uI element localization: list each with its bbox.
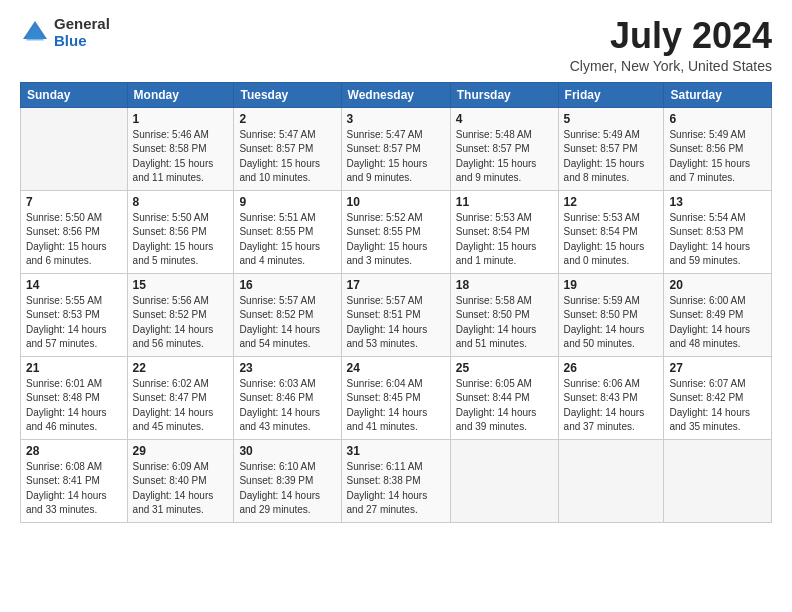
calendar-cell: 20Sunrise: 6:00 AMSunset: 8:49 PMDayligh… — [664, 273, 772, 356]
day-info: Sunrise: 6:11 AMSunset: 8:38 PMDaylight:… — [347, 460, 445, 518]
day-info: Sunrise: 5:50 AMSunset: 8:56 PMDaylight:… — [26, 211, 122, 269]
day-number: 7 — [26, 195, 122, 209]
calendar-header-wednesday: Wednesday — [341, 82, 450, 107]
day-number: 6 — [669, 112, 766, 126]
calendar-week-row-1: 1Sunrise: 5:46 AMSunset: 8:58 PMDaylight… — [21, 107, 772, 190]
day-number: 23 — [239, 361, 335, 375]
day-number: 25 — [456, 361, 553, 375]
day-info: Sunrise: 6:03 AMSunset: 8:46 PMDaylight:… — [239, 377, 335, 435]
calendar-week-row-5: 28Sunrise: 6:08 AMSunset: 8:41 PMDayligh… — [21, 439, 772, 522]
day-info: Sunrise: 5:49 AMSunset: 8:57 PMDaylight:… — [564, 128, 659, 186]
day-number: 31 — [347, 444, 445, 458]
calendar-cell: 18Sunrise: 5:58 AMSunset: 8:50 PMDayligh… — [450, 273, 558, 356]
day-info: Sunrise: 6:04 AMSunset: 8:45 PMDaylight:… — [347, 377, 445, 435]
day-info: Sunrise: 5:54 AMSunset: 8:53 PMDaylight:… — [669, 211, 766, 269]
calendar-header-tuesday: Tuesday — [234, 82, 341, 107]
day-info: Sunrise: 6:01 AMSunset: 8:48 PMDaylight:… — [26, 377, 122, 435]
calendar-cell: 2Sunrise: 5:47 AMSunset: 8:57 PMDaylight… — [234, 107, 341, 190]
day-number: 22 — [133, 361, 229, 375]
calendar-cell: 4Sunrise: 5:48 AMSunset: 8:57 PMDaylight… — [450, 107, 558, 190]
day-number: 13 — [669, 195, 766, 209]
day-info: Sunrise: 6:05 AMSunset: 8:44 PMDaylight:… — [456, 377, 553, 435]
day-info: Sunrise: 5:53 AMSunset: 8:54 PMDaylight:… — [564, 211, 659, 269]
day-info: Sunrise: 5:50 AMSunset: 8:56 PMDaylight:… — [133, 211, 229, 269]
day-info: Sunrise: 5:57 AMSunset: 8:52 PMDaylight:… — [239, 294, 335, 352]
title-block: July 2024 Clymer, New York, United State… — [570, 16, 772, 74]
day-number: 1 — [133, 112, 229, 126]
calendar-header-thursday: Thursday — [450, 82, 558, 107]
header: General Blue July 2024 Clymer, New York,… — [20, 16, 772, 74]
main-title: July 2024 — [570, 16, 772, 56]
calendar-week-row-2: 7Sunrise: 5:50 AMSunset: 8:56 PMDaylight… — [21, 190, 772, 273]
calendar-cell: 25Sunrise: 6:05 AMSunset: 8:44 PMDayligh… — [450, 356, 558, 439]
calendar-cell: 15Sunrise: 5:56 AMSunset: 8:52 PMDayligh… — [127, 273, 234, 356]
day-number: 2 — [239, 112, 335, 126]
calendar-cell: 12Sunrise: 5:53 AMSunset: 8:54 PMDayligh… — [558, 190, 664, 273]
day-number: 30 — [239, 444, 335, 458]
day-info: Sunrise: 5:48 AMSunset: 8:57 PMDaylight:… — [456, 128, 553, 186]
day-info: Sunrise: 5:58 AMSunset: 8:50 PMDaylight:… — [456, 294, 553, 352]
calendar-cell — [664, 439, 772, 522]
day-info: Sunrise: 5:52 AMSunset: 8:55 PMDaylight:… — [347, 211, 445, 269]
day-number: 15 — [133, 278, 229, 292]
day-info: Sunrise: 6:06 AMSunset: 8:43 PMDaylight:… — [564, 377, 659, 435]
page: General Blue July 2024 Clymer, New York,… — [0, 0, 792, 612]
day-number: 11 — [456, 195, 553, 209]
calendar-cell — [21, 107, 128, 190]
day-info: Sunrise: 5:47 AMSunset: 8:57 PMDaylight:… — [347, 128, 445, 186]
calendar-header-friday: Friday — [558, 82, 664, 107]
subtitle: Clymer, New York, United States — [570, 58, 772, 74]
day-info: Sunrise: 6:02 AMSunset: 8:47 PMDaylight:… — [133, 377, 229, 435]
calendar-cell: 7Sunrise: 5:50 AMSunset: 8:56 PMDaylight… — [21, 190, 128, 273]
day-number: 9 — [239, 195, 335, 209]
day-info: Sunrise: 6:10 AMSunset: 8:39 PMDaylight:… — [239, 460, 335, 518]
calendar-table: SundayMondayTuesdayWednesdayThursdayFrid… — [20, 82, 772, 523]
calendar-cell — [558, 439, 664, 522]
day-number: 16 — [239, 278, 335, 292]
day-number: 10 — [347, 195, 445, 209]
calendar-header-row: SundayMondayTuesdayWednesdayThursdayFrid… — [21, 82, 772, 107]
calendar-header-sunday: Sunday — [21, 82, 128, 107]
day-number: 17 — [347, 278, 445, 292]
calendar-header-saturday: Saturday — [664, 82, 772, 107]
calendar-cell: 8Sunrise: 5:50 AMSunset: 8:56 PMDaylight… — [127, 190, 234, 273]
day-number: 8 — [133, 195, 229, 209]
calendar-cell: 27Sunrise: 6:07 AMSunset: 8:42 PMDayligh… — [664, 356, 772, 439]
calendar-cell — [450, 439, 558, 522]
day-info: Sunrise: 5:47 AMSunset: 8:57 PMDaylight:… — [239, 128, 335, 186]
logo-text: General Blue — [54, 16, 110, 49]
calendar-cell: 16Sunrise: 5:57 AMSunset: 8:52 PMDayligh… — [234, 273, 341, 356]
day-info: Sunrise: 5:49 AMSunset: 8:56 PMDaylight:… — [669, 128, 766, 186]
calendar-cell: 9Sunrise: 5:51 AMSunset: 8:55 PMDaylight… — [234, 190, 341, 273]
day-info: Sunrise: 6:09 AMSunset: 8:40 PMDaylight:… — [133, 460, 229, 518]
calendar-cell: 1Sunrise: 5:46 AMSunset: 8:58 PMDaylight… — [127, 107, 234, 190]
day-info: Sunrise: 5:46 AMSunset: 8:58 PMDaylight:… — [133, 128, 229, 186]
calendar-cell: 5Sunrise: 5:49 AMSunset: 8:57 PMDaylight… — [558, 107, 664, 190]
day-info: Sunrise: 5:53 AMSunset: 8:54 PMDaylight:… — [456, 211, 553, 269]
day-info: Sunrise: 5:59 AMSunset: 8:50 PMDaylight:… — [564, 294, 659, 352]
day-number: 4 — [456, 112, 553, 126]
logo: General Blue — [20, 16, 110, 49]
calendar-cell: 14Sunrise: 5:55 AMSunset: 8:53 PMDayligh… — [21, 273, 128, 356]
day-number: 5 — [564, 112, 659, 126]
day-info: Sunrise: 6:08 AMSunset: 8:41 PMDaylight:… — [26, 460, 122, 518]
day-number: 21 — [26, 361, 122, 375]
calendar-cell: 29Sunrise: 6:09 AMSunset: 8:40 PMDayligh… — [127, 439, 234, 522]
calendar-cell: 22Sunrise: 6:02 AMSunset: 8:47 PMDayligh… — [127, 356, 234, 439]
day-number: 20 — [669, 278, 766, 292]
calendar-cell: 19Sunrise: 5:59 AMSunset: 8:50 PMDayligh… — [558, 273, 664, 356]
day-number: 29 — [133, 444, 229, 458]
calendar-week-row-3: 14Sunrise: 5:55 AMSunset: 8:53 PMDayligh… — [21, 273, 772, 356]
day-info: Sunrise: 5:51 AMSunset: 8:55 PMDaylight:… — [239, 211, 335, 269]
calendar-week-row-4: 21Sunrise: 6:01 AMSunset: 8:48 PMDayligh… — [21, 356, 772, 439]
day-info: Sunrise: 6:07 AMSunset: 8:42 PMDaylight:… — [669, 377, 766, 435]
day-number: 19 — [564, 278, 659, 292]
logo-icon — [20, 18, 50, 48]
day-info: Sunrise: 6:00 AMSunset: 8:49 PMDaylight:… — [669, 294, 766, 352]
calendar-header-monday: Monday — [127, 82, 234, 107]
calendar-cell: 24Sunrise: 6:04 AMSunset: 8:45 PMDayligh… — [341, 356, 450, 439]
calendar-cell: 17Sunrise: 5:57 AMSunset: 8:51 PMDayligh… — [341, 273, 450, 356]
calendar-cell: 11Sunrise: 5:53 AMSunset: 8:54 PMDayligh… — [450, 190, 558, 273]
calendar-cell: 3Sunrise: 5:47 AMSunset: 8:57 PMDaylight… — [341, 107, 450, 190]
day-number: 24 — [347, 361, 445, 375]
